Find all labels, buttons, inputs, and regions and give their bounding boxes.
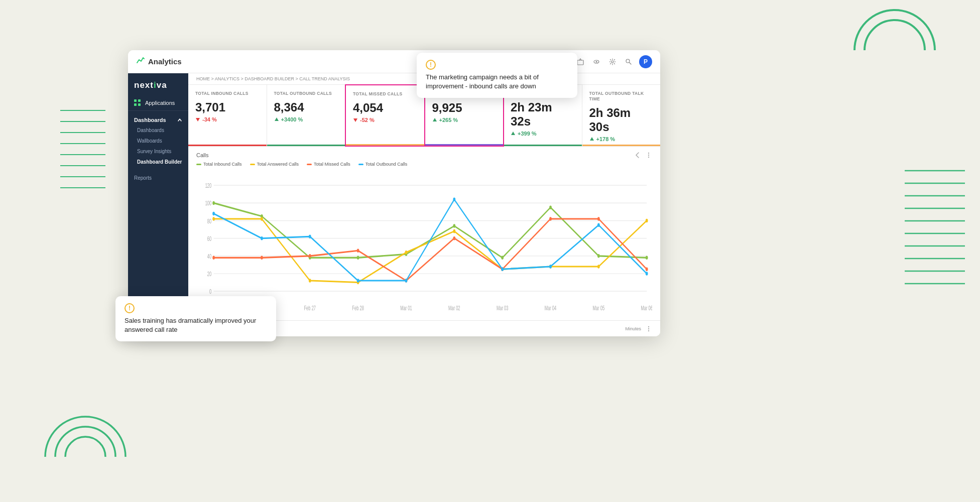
sidebar-item-survey-insights[interactable]: Survey Insights [128, 146, 188, 157]
stat-bar-2 [346, 144, 424, 146]
legend-item-0: Total Inbound Calls [196, 162, 242, 167]
sidebar-item-dashboard-builder[interactable]: Dashboard Builder [128, 157, 188, 167]
svg-text:Mar 04: Mar 04 [545, 305, 557, 311]
svg-marker-29 [590, 137, 594, 141]
stat-bar-4 [504, 145, 582, 146]
stat-bar-3 [425, 144, 504, 146]
svg-point-64 [549, 206, 552, 210]
svg-point-85 [597, 217, 600, 221]
svg-point-60 [357, 256, 359, 260]
svg-text:Feb 28: Feb 28 [352, 305, 364, 311]
svg-marker-27 [433, 118, 437, 121]
arrow-down-icon [195, 117, 200, 122]
stat-card-2: TOTAL MISSED CALLS 4,054 -52 % [345, 84, 425, 147]
search-icon[interactable] [623, 56, 634, 67]
stat-change-4: +399 % [511, 131, 575, 137]
apps-grid-icon [134, 99, 141, 106]
sales-exclaim-icon: ! [125, 303, 135, 313]
svg-point-31 [648, 155, 649, 156]
svg-point-66 [646, 256, 648, 260]
stat-change-1: +3400 % [274, 116, 338, 122]
svg-text:Mar 01: Mar 01 [400, 305, 412, 311]
stat-change-0: -34 % [195, 116, 260, 122]
sales-tooltip: ! Sales training has dramatically improv… [115, 296, 276, 341]
svg-text:Mar 05: Mar 05 [593, 305, 605, 311]
chart-area: 020406080100120Feb 25Feb 26Feb 27Feb 28M… [196, 170, 652, 315]
sidebar-item-wallboards[interactable]: Wallboards [128, 136, 188, 146]
sidebar-dashboards-header[interactable]: Dashboards [128, 115, 188, 125]
sidebar-brand: nextiva [128, 73, 188, 95]
svg-marker-25 [275, 117, 279, 121]
bg-arc-top-right [849, 5, 940, 55]
stat-card-1: TOTAL OUTBOUND CALLS 8,364 +3400 % [267, 85, 346, 146]
sidebar-item-reports[interactable]: Reports [128, 171, 188, 185]
legend-item-2: Total Missed Calls [307, 162, 350, 167]
stat-change-5: +178 % [589, 136, 654, 142]
svg-text:120: 120 [205, 183, 212, 189]
chart-legend: Total Inbound CallsTotal Answered CallsT… [196, 162, 652, 167]
avatar[interactable]: P [639, 55, 652, 68]
sidebar-item-dashboards[interactable]: Dashboards [128, 125, 188, 136]
svg-point-72 [453, 229, 455, 233]
svg-point-57 [212, 201, 215, 205]
svg-point-88 [261, 236, 263, 240]
marketing-tooltip-text: The marketing campaign needs a bit of im… [426, 73, 539, 90]
svg-text:100: 100 [205, 200, 212, 207]
legend-label-0: Total Inbound Calls [203, 162, 242, 167]
svg-point-87 [212, 212, 215, 216]
eye-icon[interactable] [591, 56, 602, 67]
svg-text:Feb 27: Feb 27 [304, 305, 316, 311]
analytics-title: Analytics [148, 57, 182, 66]
bottom-minutes-label: Minutes [625, 326, 641, 331]
settings-icon[interactable] [607, 56, 618, 67]
svg-point-76 [646, 219, 648, 223]
legend-dot-0 [196, 164, 201, 165]
svg-point-84 [549, 217, 552, 221]
svg-point-75 [597, 265, 600, 269]
chevron-up-icon [177, 117, 182, 122]
chart-title: Calls [196, 152, 208, 158]
stat-card-0: TOTAL INBOUND CALLS 3,701 -34 % [188, 85, 267, 146]
arrow-down-icon [353, 117, 358, 122]
svg-point-98 [648, 328, 649, 329]
top-bar-actions: P [575, 55, 652, 68]
svg-point-65 [597, 254, 600, 258]
svg-point-95 [597, 223, 600, 227]
stat-label-1: TOTAL OUTBOUND CALLS [274, 91, 338, 96]
chevron-left-icon[interactable] [634, 152, 641, 159]
stat-card-5: TOTAL OUTBOUND TALK TIME 2h 36m 30s +178… [582, 85, 661, 146]
legend-dot-3 [358, 164, 363, 165]
svg-point-78 [261, 256, 263, 260]
svg-point-62 [453, 224, 455, 228]
marketing-tooltip: ! The marketing campaign needs a bit of … [417, 53, 577, 98]
chart-controls [634, 152, 652, 159]
sidebar-apps-label: Applications [145, 100, 175, 106]
legend-label-2: Total Missed Calls [314, 162, 350, 167]
svg-point-91 [405, 279, 408, 283]
chart-svg: 020406080100120Feb 25Feb 26Feb 27Feb 28M… [196, 170, 652, 315]
more-options-icon[interactable] [645, 152, 652, 159]
svg-point-77 [212, 256, 215, 260]
bottom-more-icon[interactable] [645, 325, 652, 332]
stat-bar-0 [188, 145, 267, 146]
stat-bar-5 [582, 145, 661, 146]
svg-rect-18 [577, 60, 583, 65]
svg-text:Mar 03: Mar 03 [497, 305, 509, 311]
svg-point-86 [646, 268, 648, 272]
top-bar: Analytics P [128, 50, 660, 73]
stat-value-4: 2h 23m 32s [511, 100, 575, 129]
svg-text:Mar 02: Mar 02 [448, 305, 460, 311]
chart-header: Calls [196, 152, 652, 159]
stat-value-1: 8,364 [274, 100, 338, 114]
svg-marker-28 [511, 132, 515, 135]
stat-change-2: -52 % [353, 117, 417, 123]
analytics-icon [136, 56, 145, 67]
stat-change-3: +265 % [432, 117, 497, 123]
sidebar-apps-button[interactable]: Applications [128, 95, 188, 110]
legend-item-1: Total Answered Calls [250, 162, 299, 167]
svg-point-94 [549, 265, 552, 269]
stat-label-2: TOTAL MISSED CALLS [353, 91, 417, 97]
legend-label-3: Total Outbound Calls [365, 162, 408, 167]
legend-dot-1 [250, 164, 255, 165]
svg-point-90 [357, 279, 359, 283]
